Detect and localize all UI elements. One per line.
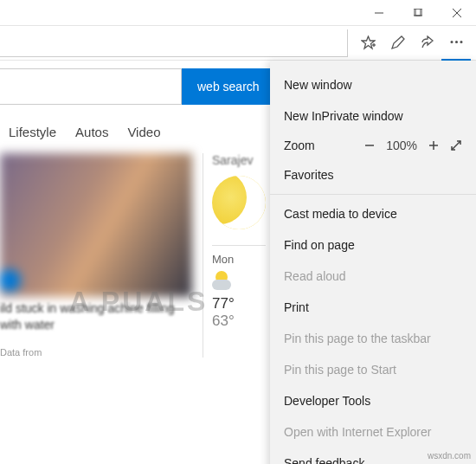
window-titlebar [0, 0, 476, 26]
more-button[interactable] [441, 26, 471, 61]
more-icon [449, 35, 464, 49]
nav-lifestyle[interactable]: Lifestyle [9, 125, 56, 139]
pen-icon [390, 35, 405, 50]
menu-pin-taskbar: Pin this page to the taskbar [270, 323, 476, 354]
menu-separator [270, 194, 476, 195]
image-credit: wsxdn.com [428, 451, 471, 461]
browser-toolbar [0, 26, 476, 61]
play-icon [0, 269, 21, 292]
toolbar-actions [348, 26, 476, 61]
close-icon [453, 9, 461, 17]
menu-dev-tools[interactable]: Developer Tools [270, 385, 476, 416]
maximize-button[interactable] [398, 0, 437, 26]
menu-zoom-row: Zoom 100% [270, 132, 476, 159]
menu-print[interactable]: Print [270, 292, 476, 323]
menu-new-window[interactable]: New window [270, 69, 476, 100]
menu-cast[interactable]: Cast media to device [270, 198, 476, 229]
temp-low: 63° [212, 313, 266, 330]
article-thumbnail [0, 153, 192, 297]
weather-widget[interactable]: Sarajev Mon 77° 63° [203, 153, 274, 358]
nav-video[interactable]: Video [127, 125, 160, 139]
nav-autos[interactable]: Autos [75, 125, 108, 139]
menu-new-inprivate[interactable]: New InPrivate window [270, 100, 476, 132]
svg-point-9 [455, 42, 457, 43]
menu-open-ie: Open with Internet Explorer [270, 416, 476, 448]
svg-marker-5 [362, 36, 375, 48]
star-add-icon [361, 35, 376, 50]
svg-point-8 [451, 42, 453, 43]
favorites-button[interactable] [353, 26, 383, 61]
minimize-icon [375, 9, 383, 17]
share-icon [420, 35, 434, 50]
zoom-value: 100% [386, 139, 417, 152]
minus-icon [363, 139, 376, 151]
svg-rect-2 [415, 9, 422, 16]
minimize-button[interactable] [359, 0, 398, 26]
expand-icon [450, 139, 462, 151]
menu-find[interactable]: Find on page [270, 229, 476, 261]
plus-icon [428, 139, 440, 151]
maximize-icon [414, 9, 422, 17]
weather-day: Mon [212, 253, 266, 266]
svg-line-14 [452, 141, 460, 150]
article-caption: ild stuck in washing achine filling with… [0, 300, 192, 333]
more-menu: New window New InPrivate window Zoom 100… [270, 61, 476, 464]
zoom-out-button[interactable] [363, 139, 376, 151]
menu-pin-start: Pin this page to Start [270, 354, 476, 385]
moon-icon [212, 176, 266, 229]
article-card[interactable]: ild stuck in washing achine filling with… [0, 153, 192, 358]
divider [212, 245, 266, 246]
weather-city: Sarajev [212, 153, 266, 167]
zoom-label: Zoom [284, 139, 363, 152]
svg-point-10 [460, 42, 462, 43]
menu-favorites[interactable]: Favorites [270, 159, 476, 190]
address-bar[interactable] [0, 29, 348, 57]
svg-rect-1 [414, 9, 421, 16]
web-search-button[interactable]: web search [182, 68, 275, 105]
fullscreen-button[interactable] [450, 139, 462, 151]
menu-read-aloud: Read aloud [270, 261, 476, 292]
search-input[interactable] [0, 68, 182, 105]
close-button[interactable] [437, 0, 476, 26]
temp-high: 77° [212, 295, 266, 313]
weather-temps: 77° 63° [212, 295, 266, 331]
share-button[interactable] [412, 26, 441, 61]
partly-cloudy-icon [212, 271, 236, 290]
notes-button[interactable] [383, 26, 412, 61]
data-from-label: Data from [0, 347, 192, 358]
zoom-in-button[interactable] [428, 139, 440, 151]
